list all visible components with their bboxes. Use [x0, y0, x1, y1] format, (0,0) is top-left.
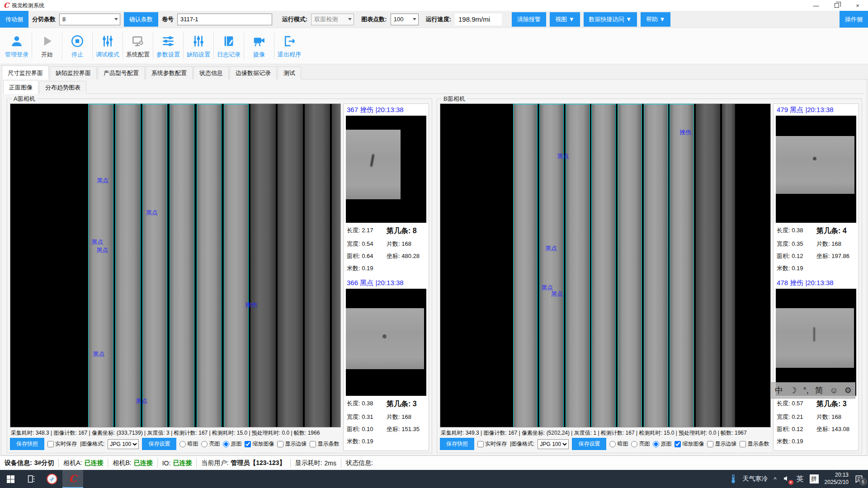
ime-bar-item[interactable]: ☽	[789, 385, 797, 395]
weather-text[interactable]: 天气寒冷	[743, 475, 768, 483]
admin-login-button[interactable]: 管理登录	[3, 28, 31, 64]
camera-a-conn-status: 已连接	[84, 459, 103, 467]
camera-b-panel: B面相机 挫伤黑点黑点黑点黑点 采集耗时: 349.3 | 图像计数: 167 …	[437, 99, 862, 453]
parameter-settings-button[interactable]: 参数设置	[154, 28, 182, 64]
system-config-button[interactable]: 系统配置	[124, 28, 152, 64]
save-settings-button[interactable]: 保存设置	[142, 438, 176, 450]
exit-program-button[interactable]: 退出程序	[275, 28, 303, 64]
chart-points-select[interactable]: 100	[391, 14, 419, 25]
taskbar-clock[interactable]: 20:13 2025/2/10	[825, 472, 849, 486]
tab-status-info[interactable]: 状态信息	[193, 66, 229, 80]
snipping-tool-button[interactable]: ✂	[42, 470, 62, 488]
ime-language-indicator[interactable]: 英	[797, 474, 804, 484]
image-format-select[interactable]: JPG 100	[108, 439, 139, 449]
volume-muted-icon[interactable]: ✕	[783, 474, 791, 484]
operate-side-button[interactable]: 操作侧	[840, 11, 868, 28]
bright-image-radio[interactable]: 亮图	[631, 440, 650, 448]
defect-card[interactable]: 478 挫伤 |20:13:38 长度: 0.57 第几条: 3 宽度: 0.2…	[776, 278, 856, 446]
defect-card[interactable]: 479 黑点 |20:13:38 长度: 0.38 第几条: 4 宽度: 0.3…	[776, 105, 856, 272]
strip-region	[278, 104, 302, 427]
ime-bar-item[interactable]: 简	[815, 385, 823, 396]
exit-door-icon	[282, 33, 297, 49]
hidden-icons-chevron[interactable]: ^	[774, 476, 777, 483]
save-snapshot-button[interactable]: 保存快照	[10, 438, 44, 450]
tab-test[interactable]: 测试	[278, 66, 301, 80]
confirm-count-button[interactable]: 确认条数	[124, 12, 158, 27]
debug-mode-button[interactable]: 调试模式	[94, 28, 122, 64]
image-format-label: |图像格式:	[510, 440, 534, 448]
task-view-button[interactable]	[21, 470, 42, 488]
camera-b-image[interactable]: 挫伤黑点黑点黑点黑点	[440, 103, 771, 427]
strip-region	[722, 104, 735, 427]
tab-front-image[interactable]: 正面图像	[3, 80, 38, 94]
log-record-button[interactable]: 日志记录	[215, 28, 243, 64]
zoom-image-checkbox[interactable]: 缩放图像	[245, 440, 274, 448]
strip-region	[250, 104, 275, 427]
defect-card[interactable]: 367 挫伤 |20:13:38 长度: 2.17 第几条: 8 宽度: 0.5…	[346, 105, 426, 272]
vision-app-taskbar-button[interactable]: C	[62, 470, 83, 488]
tab-system-parameter-config[interactable]: 系统参数配置	[146, 66, 193, 80]
roll-number-input[interactable]	[177, 14, 272, 25]
run-mode-select[interactable]: 双面检测	[311, 14, 354, 25]
strip-region	[224, 104, 249, 427]
stop-button[interactable]: 停止	[63, 28, 91, 64]
strip-region	[696, 104, 720, 427]
ime-mode-indicator[interactable]: 拼	[810, 474, 819, 483]
ime-bar-item[interactable]: ☺	[830, 386, 838, 395]
icon-toolbar: 管理登录 开始 停止 调试模式 系统配置	[0, 28, 868, 64]
dark-image-radio[interactable]: 暗图	[179, 440, 198, 448]
zoom-image-checkbox[interactable]: 缩放图像	[675, 440, 704, 448]
display-time-label: 显示耗时:	[295, 459, 322, 467]
drive-side-button[interactable]: 传动侧	[0, 11, 28, 28]
show-edge-checkbox[interactable]: 显示边缘	[277, 440, 307, 448]
clear-alarm-button[interactable]: 清除报警	[512, 12, 546, 27]
ime-floating-toolbar[interactable]: 中☽°,简☺⚙	[771, 382, 855, 399]
show-strip-count-checkbox[interactable]: 显示条数	[310, 440, 339, 448]
defect-settings-button[interactable]: 缺陷设置	[184, 28, 212, 64]
original-image-radio[interactable]: 原图	[653, 440, 671, 448]
bright-image-radio[interactable]: 亮图	[201, 440, 220, 448]
realtime-save-checkbox[interactable]: 实时保存	[477, 440, 507, 448]
tab-size-monitor[interactable]: 尺寸监控界面	[2, 66, 49, 80]
original-image-radio[interactable]: 原图	[223, 440, 241, 448]
minimize-button[interactable]: —	[806, 0, 826, 11]
defect-thumbnail	[346, 116, 426, 223]
show-edge-checkbox[interactable]: 显示边缘	[707, 440, 736, 448]
capture-button[interactable]: 摄像	[245, 28, 273, 64]
tab-edge-data-record[interactable]: 边缘数据记录	[230, 66, 277, 80]
tab-page-content: 正面图像 分布趋势图表 A面相机 黑点黑点黑点黑点挫伤黑点黑点 采集耗时: 34…	[1, 80, 867, 455]
defect-marker-label: 黑点	[551, 290, 563, 298]
notification-center-button[interactable]: 6	[854, 474, 863, 483]
show-strip-count-checkbox[interactable]: 显示条数	[740, 440, 769, 448]
save-settings-button[interactable]: 保存设置	[572, 438, 606, 450]
defect-card-header: 478 挫伤 |20:13:38	[776, 278, 856, 289]
defect-card[interactable]: 366 黑点 |20:13:38 长度: 0.38 第几条: 3 宽度: 0.3…	[346, 278, 426, 446]
realtime-save-checkbox[interactable]: 实时保存	[47, 440, 77, 448]
start-button[interactable]: 开始	[33, 28, 61, 64]
data-quick-access-menu-button[interactable]: 数据快捷访问 ▼	[584, 12, 637, 27]
close-button[interactable]: ×	[847, 0, 868, 11]
ime-bar-item[interactable]: °,	[803, 386, 809, 395]
ime-bar-item[interactable]: 中	[775, 385, 783, 396]
save-snapshot-button[interactable]: 保存快照	[440, 438, 474, 450]
help-menu-button[interactable]: 帮助 ▼	[641, 12, 670, 27]
defect-marker-label: 挫伤	[679, 128, 691, 136]
slit-count-select[interactable]: 8	[59, 14, 120, 25]
start-button[interactable]	[0, 470, 21, 488]
tab-distribution-trend-chart[interactable]: 分布趋势图表	[39, 81, 86, 94]
scissors-icon: ✂	[44, 471, 60, 487]
image-format-select[interactable]: JPG 100	[538, 439, 569, 449]
logbook-pencil-icon	[221, 33, 236, 49]
view-menu-button[interactable]: 视图 ▼	[550, 12, 580, 27]
tab-product-model-config[interactable]: 产品型号配置	[98, 66, 145, 80]
status-info-label: 状态信息:	[346, 459, 373, 467]
camera-a-image[interactable]: 黑点黑点黑点黑点挫伤黑点黑点	[10, 103, 341, 427]
tab-defect-monitor[interactable]: 缺陷监控界面	[50, 66, 97, 80]
defect-marker-label: 黑点	[545, 244, 557, 253]
current-user-value: 管理员【123-123】	[231, 459, 285, 467]
title-bar: C 视觉检测系统 — ×	[0, 0, 868, 11]
ime-bar-item[interactable]: ⚙	[844, 385, 852, 395]
restore-button[interactable]	[826, 0, 847, 11]
dark-image-radio[interactable]: 暗图	[609, 440, 628, 448]
video-camera-icon	[251, 33, 267, 49]
